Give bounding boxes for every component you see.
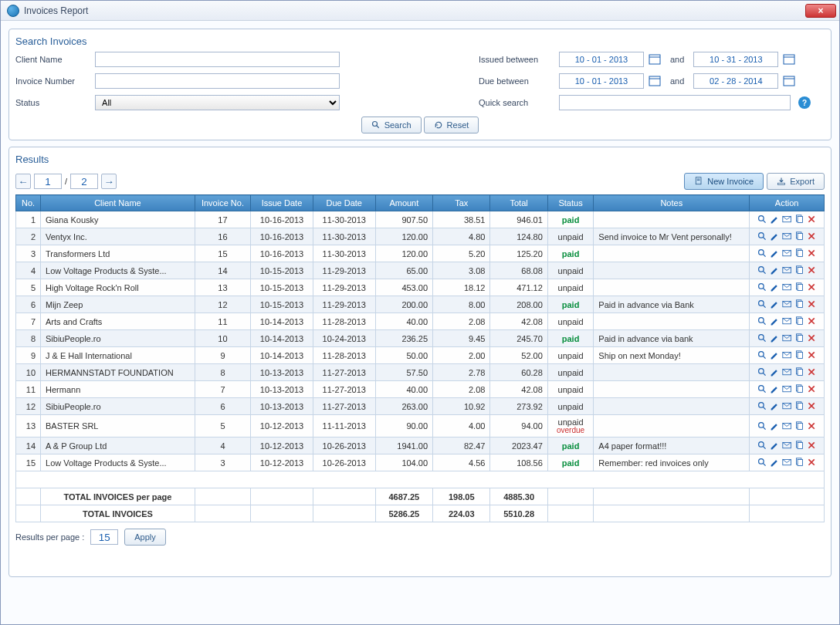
view-icon[interactable] — [757, 265, 767, 276]
edit-icon[interactable] — [769, 458, 780, 468]
delete-icon[interactable] — [806, 350, 817, 361]
issued-to-input[interactable] — [693, 52, 778, 67]
copy-icon[interactable] — [794, 333, 804, 344]
edit-icon[interactable] — [769, 215, 780, 225]
email-icon[interactable] — [781, 215, 792, 225]
reset-button[interactable]: Reset — [424, 117, 479, 133]
email-icon[interactable] — [781, 231, 792, 242]
email-icon[interactable] — [781, 458, 792, 468]
table-row[interactable]: 4Low Voltage Products & Syste...1410-15-… — [16, 262, 825, 279]
delete-icon[interactable] — [806, 316, 817, 327]
col-header-invno[interactable]: Invoice No. — [195, 195, 250, 211]
copy-icon[interactable] — [794, 316, 804, 327]
table-row[interactable]: 6Mijn Zeep1210-15-201311-29-2013200.008.… — [16, 296, 825, 313]
view-icon[interactable] — [757, 299, 767, 310]
col-header-issue[interactable]: Issue Date — [251, 195, 313, 211]
copy-icon[interactable] — [794, 458, 804, 468]
delete-icon[interactable] — [806, 282, 817, 293]
table-row[interactable]: 10HERMANNSTADT FOUNDATION810-13-201311-2… — [16, 364, 825, 381]
new-invoice-button[interactable]: New Invoice — [684, 173, 764, 190]
quick-search-input[interactable] — [559, 95, 791, 110]
invoice-number-input[interactable] — [95, 73, 340, 89]
email-icon[interactable] — [781, 367, 792, 378]
edit-icon[interactable] — [769, 265, 780, 276]
col-header-client[interactable]: Client Name — [41, 195, 195, 211]
edit-icon[interactable] — [769, 384, 780, 395]
edit-icon[interactable] — [769, 441, 780, 451]
table-row[interactable]: 1Giana Kousky1710-16-201311-30-2013907.5… — [16, 211, 825, 228]
view-icon[interactable] — [757, 441, 767, 451]
table-row[interactable]: 11Hermann710-13-201311-27-201340.002.084… — [16, 381, 825, 398]
page-current-input[interactable] — [34, 174, 62, 189]
rpp-input[interactable] — [90, 529, 118, 545]
export-button[interactable]: Export — [767, 173, 825, 190]
edit-icon[interactable] — [769, 299, 780, 310]
view-icon[interactable] — [757, 248, 767, 259]
copy-icon[interactable] — [794, 384, 804, 395]
col-header-amount[interactable]: Amount — [375, 195, 432, 211]
col-header-status[interactable]: Status — [547, 195, 594, 211]
table-row[interactable]: 13BASTER SRL510-12-201311-11-201390.004.… — [16, 415, 825, 438]
col-header-action[interactable]: Action — [750, 195, 825, 211]
view-icon[interactable] — [757, 401, 767, 412]
edit-icon[interactable] — [769, 350, 780, 361]
email-icon[interactable] — [781, 401, 792, 412]
view-icon[interactable] — [757, 316, 767, 327]
search-button[interactable]: Search — [361, 117, 422, 133]
edit-icon[interactable] — [769, 316, 780, 327]
email-icon[interactable] — [781, 282, 792, 293]
calendar-icon[interactable] — [649, 53, 661, 66]
copy-icon[interactable] — [794, 367, 804, 378]
delete-icon[interactable] — [806, 215, 817, 225]
table-row[interactable]: 8SibiuPeople.ro1010-14-201310-24-2013236… — [16, 330, 825, 347]
col-header-tax[interactable]: Tax — [433, 195, 490, 211]
col-header-total[interactable]: Total — [490, 195, 547, 211]
copy-icon[interactable] — [794, 421, 804, 431]
view-icon[interactable] — [757, 421, 767, 431]
delete-icon[interactable] — [806, 367, 817, 378]
edit-icon[interactable] — [769, 367, 780, 378]
delete-icon[interactable] — [806, 299, 817, 310]
edit-icon[interactable] — [769, 421, 780, 431]
view-icon[interactable] — [757, 384, 767, 395]
delete-icon[interactable] — [806, 384, 817, 395]
table-row[interactable]: 15Low Voltage Products & Syste...310-12-… — [16, 454, 825, 471]
col-header-due[interactable]: Due Date — [313, 195, 375, 211]
copy-icon[interactable] — [794, 401, 804, 412]
client-name-input[interactable] — [95, 52, 340, 67]
edit-icon[interactable] — [769, 333, 780, 344]
view-icon[interactable] — [757, 333, 767, 344]
status-select[interactable]: All — [95, 95, 340, 110]
view-icon[interactable] — [757, 367, 767, 378]
email-icon[interactable] — [781, 350, 792, 361]
copy-icon[interactable] — [794, 282, 804, 293]
close-button[interactable]: × — [805, 4, 836, 18]
delete-icon[interactable] — [806, 441, 817, 451]
view-icon[interactable] — [757, 458, 767, 468]
edit-icon[interactable] — [769, 248, 780, 259]
issued-from-input[interactable] — [559, 52, 644, 67]
copy-icon[interactable] — [794, 350, 804, 361]
table-row[interactable]: 9J & E Hall International910-14-201311-2… — [16, 347, 825, 364]
delete-icon[interactable] — [806, 231, 817, 242]
copy-icon[interactable] — [794, 441, 804, 451]
table-row[interactable]: 14A & P Group Ltd410-12-201310-26-201319… — [16, 438, 825, 454]
due-to-input[interactable] — [693, 73, 778, 89]
copy-icon[interactable] — [794, 265, 804, 276]
email-icon[interactable] — [781, 421, 792, 431]
calendar-icon[interactable] — [649, 75, 661, 87]
copy-icon[interactable] — [794, 231, 804, 242]
edit-icon[interactable] — [769, 231, 780, 242]
table-row[interactable]: 7Arts and Crafts1110-14-201311-28-201340… — [16, 313, 825, 330]
view-icon[interactable] — [757, 282, 767, 293]
view-icon[interactable] — [757, 350, 767, 361]
col-header-notes[interactable]: Notes — [594, 195, 750, 211]
email-icon[interactable] — [781, 441, 792, 451]
delete-icon[interactable] — [806, 333, 817, 344]
email-icon[interactable] — [781, 316, 792, 327]
calendar-icon[interactable] — [783, 75, 795, 87]
page-prev-button[interactable]: ← — [15, 174, 31, 189]
help-icon[interactable]: ? — [798, 96, 811, 109]
table-row[interactable]: 2Ventyx Inc.1610-16-201311-30-2013120.00… — [16, 228, 825, 245]
due-from-input[interactable] — [559, 73, 644, 89]
